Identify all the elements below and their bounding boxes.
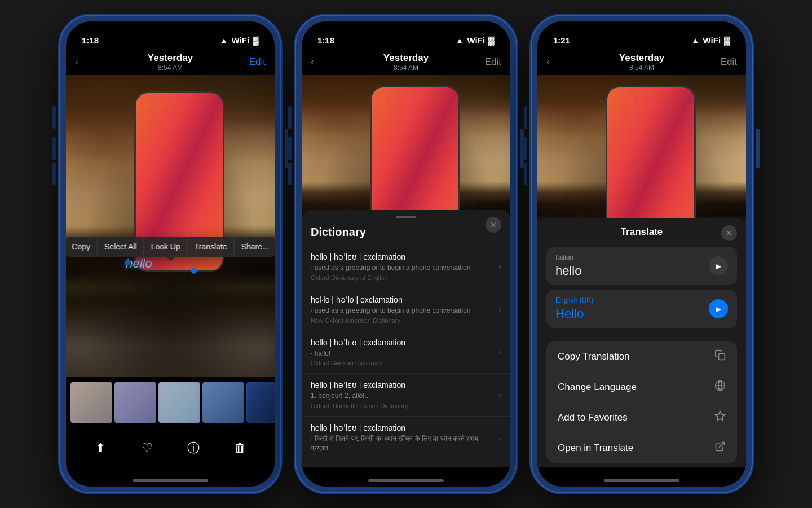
dict-chevron-2: › — [498, 348, 501, 357]
nav-subtitle-2: 8:54 AM — [383, 64, 429, 72]
dict-entry-1[interactable]: hel·lo | həˈlō | exclamation · used as a… — [302, 288, 510, 331]
nav-bar-2: ‹ Yesterday 8:54 AM Edit — [302, 50, 510, 75]
dict-entries-list: hello | həˈlɛʊ | exclamation · used as a… — [302, 246, 510, 467]
context-menu-translate[interactable]: Translate — [187, 237, 234, 257]
dict-entry-3[interactable]: hello | həˈlɛʊ | exclamation 1. bonjour!… — [302, 374, 510, 417]
dict-entry-source-3: Oxford: Hachette French Dictionary — [311, 402, 494, 409]
home-indicator-1 — [66, 467, 275, 487]
share-icon-1[interactable]: ⬆ — [88, 436, 113, 461]
phone-1-frame: 1:18 ▲ WiFi ▓ ‹ Yesterday 8:54 AM Edit — [60, 16, 280, 492]
translate-action-language-label: Change Language — [558, 382, 637, 393]
wifi-icon-3: WiFi — [703, 36, 721, 45]
translate-divider — [537, 330, 746, 337]
bottom-toolbar-1: ⬆ ♡ ⓘ 🗑 — [66, 428, 275, 467]
nav-center-2: Yesterday 8:54 AM — [383, 52, 429, 72]
context-menu-look-up[interactable]: Look Up — [144, 237, 187, 257]
strip-thumb-3[interactable] — [158, 382, 200, 423]
back-button-1[interactable]: ‹ — [75, 56, 78, 68]
nav-subtitle-1: 8:54 AM — [148, 64, 193, 72]
nav-center-3: Yesterday 8:54 AM — [619, 52, 664, 72]
phone-3-screen: 1:21 ▲ WiFi ▓ ‹ Yesterday 8:54 AM Edit — [537, 21, 746, 487]
photo-area-1: hello Copy Select All Look Up Translate … — [66, 75, 275, 377]
translate-close-button[interactable]: ✕ — [721, 225, 737, 241]
translate-action-open-label: Open in Translate — [558, 443, 633, 454]
context-menu-copy[interactable]: Copy — [66, 237, 97, 257]
edit-button-2[interactable]: Edit — [485, 56, 501, 68]
home-bar-3 — [604, 479, 679, 482]
dict-entry-source-0: Oxford Dictionary of English — [311, 274, 494, 281]
photo-bg-1: hello Copy Select All Look Up Translate … — [66, 75, 275, 377]
phones-container: 1:18 ▲ WiFi ▓ ‹ Yesterday 8:54 AM Edit — [60, 16, 752, 492]
strip-thumb-4[interactable] — [202, 382, 244, 423]
home-indicator-2 — [302, 467, 510, 487]
back-button-3[interactable]: ‹ — [546, 56, 550, 68]
nav-title-1: Yesterday — [148, 52, 193, 64]
signal-icon-1: ▲ — [220, 36, 228, 45]
dict-entry-4[interactable]: hello | həˈlɛʊ | exclamation · किसी से म… — [302, 417, 510, 462]
strip-thumb-5[interactable] — [246, 382, 275, 423]
nav-title-2: Yesterday — [383, 52, 429, 64]
translate-source-play-btn[interactable]: ▶ — [709, 256, 728, 275]
dict-chevron-0: › — [498, 262, 501, 271]
back-button-2[interactable]: ‹ — [311, 56, 314, 68]
translate-target-lang-label: English (UK) — [555, 296, 593, 304]
dict-entry-def-3: 1. bonjour! 2. allô!... — [311, 391, 494, 401]
strip-thumb-1[interactable] — [70, 382, 112, 423]
dict-entry-word-0: hello | həˈlɛʊ | exclamation — [311, 252, 494, 261]
heart-icon-1[interactable]: ♡ — [135, 436, 160, 461]
svg-marker-2 — [716, 411, 725, 421]
photo-strip-1 — [66, 377, 275, 428]
dict-entry-0[interactable]: hello | həˈlɛʊ | exclamation · used as a… — [302, 246, 510, 288]
translate-target-play-btn[interactable]: ▶ — [709, 299, 728, 318]
strip-thumb-2[interactable] — [114, 382, 156, 423]
translate-action-favorites-label: Add to Favorites — [558, 412, 628, 423]
phone-3: 1:21 ▲ WiFi ▓ ‹ Yesterday 8:54 AM Edit — [532, 16, 752, 492]
dict-entry-def-2: · hallo! — [311, 349, 494, 358]
translate-action-copy[interactable]: Copy Translation — [546, 341, 737, 371]
notch-3 — [599, 21, 684, 41]
dict-entry-content-2: hello | həˈlɛʊ | exclamation · hallo! Ox… — [311, 338, 494, 367]
dict-entry-content-4: hello | həˈlɛʊ | exclamation · किसी से म… — [311, 423, 494, 455]
nav-bar-1: ‹ Yesterday 8:54 AM Edit — [66, 50, 275, 75]
signal-icon-3: ▲ — [691, 36, 700, 45]
svg-rect-0 — [719, 354, 725, 360]
edit-button-1[interactable]: Edit — [249, 56, 266, 68]
signal-icon-2: ▲ — [456, 36, 464, 45]
context-menu-share[interactable]: Share... — [234, 237, 275, 257]
info-icon-1[interactable]: ⓘ — [181, 436, 206, 461]
translate-target-content: English (UK) Hello — [555, 296, 593, 321]
svg-line-3 — [719, 443, 724, 448]
trash-icon-1[interactable]: 🗑 — [228, 436, 253, 461]
translate-action-favorites[interactable]: Add to Favorites — [546, 402, 737, 432]
edit-button-3[interactable]: Edit — [721, 56, 737, 68]
dict-entry-source-1: New Oxford American Dictionary — [311, 317, 494, 324]
translate-sheet: Translate ✕ Italian hello ▶ English (UK) — [537, 218, 746, 487]
home-indicator-3 — [537, 467, 746, 487]
home-bar-2 — [368, 479, 444, 482]
dict-entry-2[interactable]: hello | həˈlɛʊ | exclamation · hallo! Ox… — [302, 331, 510, 374]
dict-drag-handle — [396, 216, 416, 218]
translate-action-open[interactable]: Open in Translate — [546, 432, 737, 463]
status-icons-2: ▲ WiFi ▓ — [456, 36, 495, 45]
nav-center-1: Yesterday 8:54 AM — [148, 52, 193, 72]
translate-action-language[interactable]: Change Language — [546, 371, 737, 402]
dict-entry-content-3: hello | həˈlɛʊ | exclamation 1. bonjour!… — [311, 380, 494, 409]
translate-action-copy-icon — [714, 349, 726, 364]
dict-entry-content-0: hello | həˈlɛʊ | exclamation · used as a… — [311, 252, 494, 281]
dict-chevron-4: › — [498, 435, 501, 444]
phone-2: 1:18 ▲ WiFi ▓ ‹ Yesterday 8:54 AM Edit — [296, 16, 516, 492]
translate-target-block: English (UK) Hello ▶ — [546, 290, 737, 328]
dict-entry-content-1: hel·lo | həˈlō | exclamation · used as a… — [311, 295, 494, 324]
dictionary-sheet: ✕ Dictionary hello | həˈlɛʊ | exclamatio… — [302, 210, 510, 487]
dict-entry-def-0: · used as a greeting or to begin a phone… — [311, 263, 494, 273]
phone-2-frame: 1:18 ▲ WiFi ▓ ‹ Yesterday 8:54 AM Edit — [296, 16, 516, 492]
context-menu-select-all[interactable]: Select All — [97, 237, 144, 257]
dict-entry-word-4: hello | həˈlɛʊ | exclamation — [311, 423, 494, 432]
wifi-icon-1: WiFi — [232, 36, 250, 45]
dict-entry-word-3: hello | həˈlɛʊ | exclamation — [311, 380, 494, 389]
dict-close-button[interactable]: ✕ — [486, 217, 501, 233]
dict-entry-word-1: hel·lo | həˈlō | exclamation — [311, 295, 494, 304]
phone-2-screen: 1:18 ▲ WiFi ▓ ‹ Yesterday 8:54 AM Edit — [302, 21, 510, 487]
translate-target-text: Hello — [555, 306, 593, 321]
battery-icon-2: ▓ — [488, 36, 495, 45]
